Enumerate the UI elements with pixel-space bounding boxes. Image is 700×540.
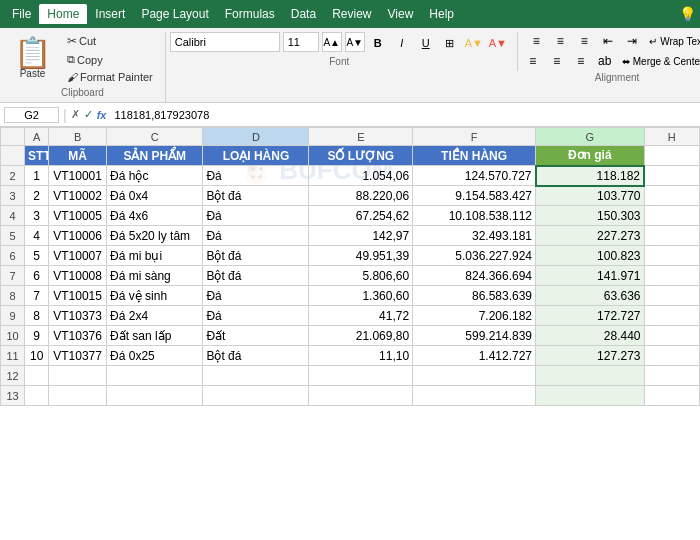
cell[interactable]: TIỀN HÀNG — [413, 146, 536, 166]
cell[interactable] — [536, 366, 644, 386]
cell[interactable] — [644, 226, 700, 246]
cell[interactable] — [413, 386, 536, 406]
font-size-increase-button[interactable]: A▲ — [322, 32, 342, 52]
fill-color-button[interactable]: A▼ — [463, 33, 485, 53]
cell[interactable]: Bột đá — [203, 246, 309, 266]
wrap-text-button[interactable]: ↵ Wrap Text — [645, 32, 700, 50]
cell[interactable]: 141.971 — [536, 266, 644, 286]
cell[interactable]: 67.254,62 — [309, 206, 413, 226]
cell[interactable]: SẢN PHẨM — [107, 146, 203, 166]
cell[interactable] — [49, 386, 107, 406]
cell[interactable]: 118.182 — [536, 166, 644, 186]
cell[interactable] — [203, 386, 309, 406]
col-header-a[interactable]: A — [25, 128, 49, 146]
align-bottom-center-button[interactable]: ≡ — [546, 52, 568, 70]
row-header[interactable]: 9 — [1, 306, 25, 326]
cell[interactable] — [107, 386, 203, 406]
cell[interactable]: 1.054,06 — [309, 166, 413, 186]
border-button[interactable]: ⊞ — [439, 33, 461, 53]
cell[interactable]: Đá 2x4 — [107, 306, 203, 326]
lightbulb-icon[interactable]: 💡 — [679, 6, 696, 22]
cell[interactable]: MÃ — [49, 146, 107, 166]
cell[interactable]: 63.636 — [536, 286, 644, 306]
cell[interactable] — [644, 266, 700, 286]
row-header[interactable]: 5 — [1, 226, 25, 246]
cell-reference-input[interactable] — [4, 107, 59, 123]
font-size-decrease-button[interactable]: A▼ — [345, 32, 365, 52]
cell[interactable] — [536, 386, 644, 406]
cell[interactable] — [25, 366, 49, 386]
italic-button[interactable]: I — [391, 33, 413, 53]
col-header-g[interactable]: G — [536, 128, 644, 146]
cell[interactable]: VT10377 — [49, 346, 107, 366]
cell[interactable]: Đá 0x4 — [107, 186, 203, 206]
font-color-button[interactable]: A▼ — [487, 33, 509, 53]
cell[interactable]: 124.570.727 — [413, 166, 536, 186]
cell[interactable]: Bột đá — [203, 346, 309, 366]
formula-cancel-icon[interactable]: ✗ — [71, 108, 80, 121]
cell[interactable] — [413, 366, 536, 386]
orientation-button[interactable]: ab — [594, 52, 616, 70]
cell[interactable]: 150.303 — [536, 206, 644, 226]
font-name-input[interactable] — [170, 32, 280, 52]
cell[interactable]: 3 — [25, 206, 49, 226]
cell[interactable] — [203, 366, 309, 386]
cell[interactable]: Đá — [203, 166, 309, 186]
cell[interactable] — [644, 206, 700, 226]
cell[interactable]: 1 — [25, 166, 49, 186]
cell[interactable]: Đá — [203, 226, 309, 246]
cell[interactable]: VT10001 — [49, 166, 107, 186]
menu-file[interactable]: File — [4, 4, 39, 24]
menu-formulas[interactable]: Formulas — [217, 4, 283, 24]
menu-help[interactable]: Help — [421, 4, 462, 24]
cell[interactable]: Đá 5x20 ly tâm — [107, 226, 203, 246]
cell[interactable]: 7.206.182 — [413, 306, 536, 326]
cell[interactable]: 2 — [25, 186, 49, 206]
fx-icon[interactable]: fx — [97, 109, 107, 121]
align-bottom-right-button[interactable]: ≡ — [570, 52, 592, 70]
cell[interactable] — [644, 366, 700, 386]
cell[interactable]: Đá 0x25 — [107, 346, 203, 366]
cell[interactable]: Đá vệ sinh — [107, 286, 203, 306]
menu-home[interactable]: Home — [39, 4, 87, 24]
paste-button[interactable]: 📋 Paste — [8, 36, 57, 81]
cell[interactable]: 172.727 — [536, 306, 644, 326]
menu-data[interactable]: Data — [283, 4, 324, 24]
cell[interactable]: 10.108.538.112 — [413, 206, 536, 226]
cell[interactable]: 6 — [25, 266, 49, 286]
cell[interactable]: Bột đá — [203, 186, 309, 206]
col-header-f[interactable]: F — [413, 128, 536, 146]
cell[interactable]: VT10005 — [49, 206, 107, 226]
cell[interactable]: Đơn giá — [536, 146, 644, 166]
row-header[interactable] — [1, 146, 25, 166]
increase-indent-button[interactable]: ⇥ — [621, 32, 643, 50]
decrease-indent-button[interactable]: ⇤ — [597, 32, 619, 50]
cell[interactable]: Đá hộc — [107, 166, 203, 186]
row-header[interactable]: 8 — [1, 286, 25, 306]
cell[interactable] — [644, 186, 700, 206]
cell[interactable] — [644, 306, 700, 326]
cell[interactable]: VT10006 — [49, 226, 107, 246]
cell[interactable] — [107, 366, 203, 386]
cell[interactable]: 7 — [25, 286, 49, 306]
cell[interactable] — [644, 346, 700, 366]
cell[interactable]: 4 — [25, 226, 49, 246]
cell[interactable] — [25, 386, 49, 406]
cell[interactable]: 9 — [25, 326, 49, 346]
row-header[interactable]: 12 — [1, 366, 25, 386]
cell[interactable]: 10 — [25, 346, 49, 366]
cell[interactable]: 21.069,80 — [309, 326, 413, 346]
row-header[interactable]: 11 — [1, 346, 25, 366]
cell[interactable]: VT10007 — [49, 246, 107, 266]
cell[interactable]: 8 — [25, 306, 49, 326]
row-header[interactable]: 10 — [1, 326, 25, 346]
align-top-left-button[interactable]: ≡ — [525, 32, 547, 50]
cell[interactable]: 49.951,39 — [309, 246, 413, 266]
cell[interactable]: 127.273 — [536, 346, 644, 366]
cell[interactable]: 142,97 — [309, 226, 413, 246]
cell[interactable]: 824.366.694 — [413, 266, 536, 286]
formula-confirm-icon[interactable]: ✓ — [84, 108, 93, 121]
cell[interactable]: 103.770 — [536, 186, 644, 206]
cell[interactable]: 11,10 — [309, 346, 413, 366]
copy-button[interactable]: ⧉ Copy — [63, 51, 157, 68]
